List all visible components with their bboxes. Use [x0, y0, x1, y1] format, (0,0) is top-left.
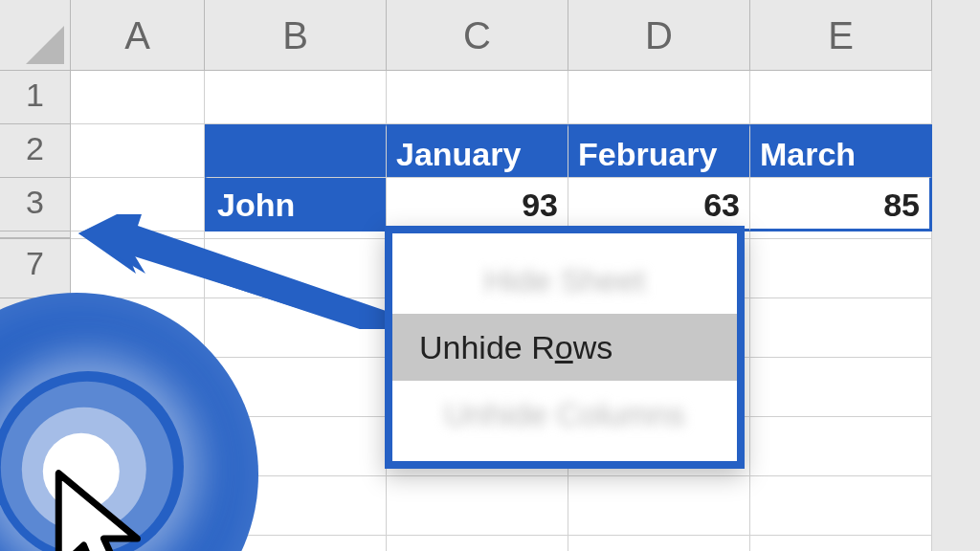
menu-item-unhide-rows[interactable]: Unhide Rows	[392, 314, 737, 381]
hidden-rows-divider[interactable]	[0, 231, 71, 239]
cell-e1[interactable]	[750, 71, 932, 124]
cell-ex[interactable]	[750, 358, 932, 417]
gap-e	[750, 231, 932, 239]
cell-c3-jan[interactable]: 93	[387, 178, 568, 231]
cell-e7[interactable]	[750, 239, 932, 298]
cell-cx4[interactable]	[387, 536, 568, 551]
cell-a3[interactable]	[71, 178, 205, 231]
gap-b	[205, 231, 387, 239]
gap-a	[71, 231, 205, 239]
menu-item-unhide-rows-suffix: ws	[573, 329, 613, 365]
row-2: January February March	[71, 124, 932, 178]
col-header-d[interactable]: D	[568, 0, 750, 71]
cell-dx3[interactable]	[568, 476, 750, 536]
cell-b3-name[interactable]: John	[205, 178, 387, 231]
column-headers: A B C D E	[71, 0, 932, 71]
cell-d3-feb[interactable]: 63	[568, 178, 750, 231]
cell-d1[interactable]	[568, 71, 750, 124]
menu-item-hide-sheet[interactable]: Hide Sheet	[392, 247, 737, 314]
cell-e3-mar[interactable]: 85	[750, 178, 932, 231]
row-header-2[interactable]: 2	[0, 124, 71, 178]
cell-b2-header-blank[interactable]	[205, 124, 387, 178]
cell-b7[interactable]	[205, 239, 387, 298]
col-header-c[interactable]: C	[387, 0, 568, 71]
cell-d2-header-feb[interactable]: February	[568, 124, 750, 178]
col-header-a[interactable]: A	[71, 0, 205, 71]
col-header-e[interactable]: E	[750, 0, 932, 71]
cell-dx4[interactable]	[568, 536, 750, 551]
row-1	[71, 71, 932, 124]
cell-ex3[interactable]	[750, 476, 932, 536]
cell-ex4[interactable]	[750, 536, 932, 551]
pointer-cursor-icon	[48, 465, 153, 551]
cell-b8[interactable]	[205, 298, 387, 358]
cell-a1[interactable]	[71, 71, 205, 124]
row-header-3[interactable]: 3	[0, 178, 71, 231]
cell-e8[interactable]	[750, 298, 932, 358]
menu-item-unhide-columns[interactable]: Unhide Columns	[392, 381, 737, 448]
cell-b1[interactable]	[205, 71, 387, 124]
cell-cx3[interactable]	[387, 476, 568, 536]
cell-c1[interactable]	[387, 71, 568, 124]
cell-c2-header-jan[interactable]: January	[387, 124, 568, 178]
cell-a2[interactable]	[71, 124, 205, 178]
row-header-1[interactable]: 1	[0, 71, 71, 124]
context-menu: Hide Sheet Unhide Rows Unhide Columns	[385, 226, 745, 469]
menu-item-unhide-rows-prefix: Unhide R	[419, 329, 555, 365]
svg-marker-2	[58, 474, 137, 551]
select-all-corner[interactable]	[0, 0, 71, 71]
menu-item-unhide-rows-accel: o	[555, 329, 573, 365]
cell-a7[interactable]	[71, 239, 205, 298]
row-header-7[interactable]: 7	[0, 239, 71, 298]
row-3: John 93 63 85	[71, 178, 932, 231]
col-header-b[interactable]: B	[205, 0, 387, 71]
cell-ex2[interactable]	[750, 417, 932, 476]
cell-e2-header-mar[interactable]: March	[750, 124, 932, 178]
